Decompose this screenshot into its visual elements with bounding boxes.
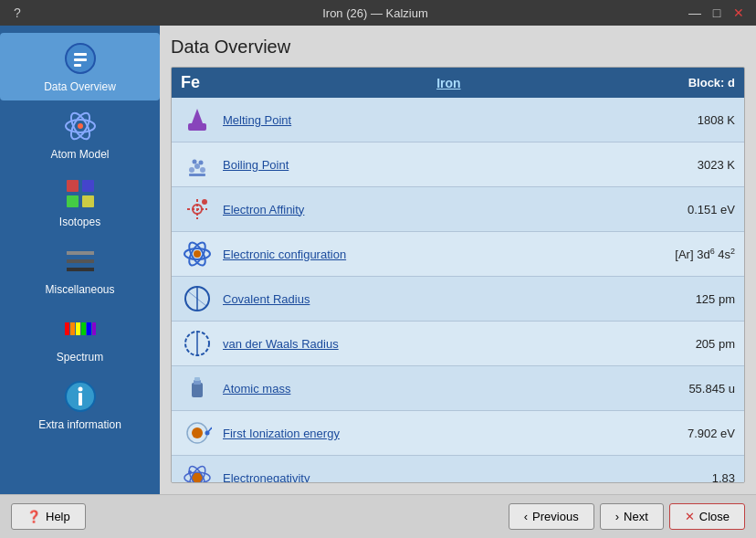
isotopes-icon (62, 175, 99, 212)
minimize-icon[interactable]: — (687, 5, 703, 20)
svg-point-30 (199, 161, 204, 165)
svg-rect-45 (192, 383, 203, 397)
covalent-radius-icon (181, 282, 214, 315)
sidebar-item-data-overview[interactable]: Data Overview (0, 33, 160, 100)
sidebar-item-atom-model[interactable]: Atom Model (0, 100, 160, 168)
data-overview-icon (62, 40, 99, 77)
atomic-mass-value: 55.845 u (625, 382, 735, 396)
content-area: Data Overview Fe Iron Block: d Melting P… (160, 26, 756, 494)
help-button[interactable]: ❓ Help (11, 503, 86, 530)
data-table: Fe Iron Block: d Melting Point 1808 K (171, 67, 745, 483)
electronegativity-label[interactable]: Electronegativity (223, 471, 625, 484)
svg-point-35 (202, 199, 207, 205)
svg-rect-8 (67, 180, 79, 192)
svg-rect-10 (67, 195, 79, 207)
sidebar-label-data-overview: Data Overview (44, 80, 116, 93)
sidebar: Data Overview Atom Model (0, 26, 160, 494)
chevron-right-icon: › (615, 510, 619, 523)
electronegativity-icon (181, 461, 214, 483)
spectrum-icon (62, 311, 99, 347)
window-title: Iron (26) — Kalzium (64, 6, 687, 20)
svg-rect-31 (189, 174, 205, 176)
sidebar-label-spectrum: Spectrum (57, 351, 103, 364)
element-name[interactable]: Iron (209, 76, 688, 90)
main-container: Data Overview Atom Model (0, 26, 756, 494)
svg-point-27 (194, 164, 200, 169)
boiling-point-value: 3023 K (625, 158, 735, 172)
electronic-config-icon (181, 237, 214, 270)
table-row: Atomic mass 55.845 u (172, 366, 744, 411)
table-row: Covalent Radius 125 pm (172, 277, 744, 322)
svg-rect-3 (74, 64, 81, 67)
table-row: Melting Point 1808 K (172, 98, 744, 142)
previous-button[interactable]: ‹ Previous (509, 503, 594, 530)
help-icon: ❓ (26, 510, 41, 523)
svg-rect-47 (194, 377, 200, 381)
covalent-radius-label[interactable]: Covalent Radius (223, 292, 625, 306)
vdw-radius-value: 205 pm (625, 337, 735, 351)
table-row: Electronic configuration [Ar] 3d6 4s2 (172, 232, 744, 277)
sidebar-item-extra-information[interactable]: Extra information (0, 371, 160, 438)
chevron-left-icon: ‹ (524, 510, 528, 523)
svg-rect-12 (67, 251, 94, 255)
electronic-config-label[interactable]: Electronic configuration (223, 248, 625, 261)
svg-rect-13 (67, 259, 94, 263)
electron-affinity-icon (181, 193, 214, 226)
svg-point-7 (78, 123, 83, 129)
vdw-radius-label[interactable]: van der Waals Radius (223, 337, 625, 351)
ionization-energy-label[interactable]: First Ionization energy (223, 427, 625, 440)
bottom-bar: ❓ Help ‹ Previous › Next ✕ Close (0, 494, 756, 538)
svg-rect-19 (87, 322, 91, 335)
table-row: Boiling Point 3023 K (172, 142, 744, 187)
svg-point-48 (192, 427, 203, 438)
sidebar-label-atom-model: Atom Model (50, 148, 109, 161)
close-button[interactable]: ✕ Close (669, 503, 745, 530)
sidebar-item-spectrum[interactable]: Spectrum (0, 303, 160, 371)
melting-point-label[interactable]: Melting Point (223, 113, 625, 127)
svg-rect-18 (81, 322, 86, 335)
electron-affinity-label[interactable]: Electron Affinity (223, 203, 625, 216)
table-row: Electronegativity 1.83 (172, 456, 744, 483)
next-button[interactable]: › Next (600, 503, 664, 530)
miscellaneous-icon (62, 243, 99, 280)
svg-rect-11 (82, 195, 94, 207)
svg-rect-20 (92, 322, 96, 335)
svg-rect-16 (70, 322, 75, 335)
sidebar-label-isotopes: Isotopes (59, 216, 100, 228)
boiling-point-label[interactable]: Boiling Point (223, 158, 625, 172)
sidebar-label-miscellaneous: Miscellaneous (45, 283, 114, 296)
maximize-icon[interactable]: □ (709, 5, 725, 20)
covalent-radius-value: 125 pm (625, 292, 735, 306)
atomic-mass-label[interactable]: Atomic mass (223, 382, 625, 396)
svg-point-36 (194, 250, 201, 258)
close-window-icon[interactable]: ✕ (730, 5, 747, 20)
extra-information-icon (62, 378, 99, 415)
table-row: van der Waals Radius 205 pm (172, 322, 744, 366)
close-icon: ✕ (685, 510, 695, 523)
boiling-point-icon (181, 148, 214, 181)
svg-point-29 (193, 160, 197, 164)
ionization-energy-value: 7.902 eV (625, 427, 735, 440)
table-header: Fe Iron Block: d (172, 68, 744, 98)
svg-point-23 (78, 387, 82, 392)
svg-point-28 (200, 167, 205, 173)
sidebar-item-miscellaneous[interactable]: Miscellaneous (0, 236, 160, 303)
element-block: Block: d (688, 76, 735, 90)
help-icon[interactable]: ? (9, 5, 26, 20)
ionization-energy-icon (181, 417, 214, 449)
page-title: Data Overview (171, 37, 745, 58)
electronegativity-value: 1.83 (625, 471, 735, 484)
svg-marker-25 (192, 109, 203, 123)
sidebar-item-isotopes[interactable]: Isotopes (0, 168, 160, 236)
element-symbol: Fe (181, 73, 200, 92)
svg-rect-1 (74, 53, 87, 56)
svg-point-56 (188, 470, 192, 474)
svg-rect-22 (79, 393, 82, 406)
table-row: Electron Affinity 0.151 eV (172, 187, 744, 232)
titlebar: ? Iron (26) — Kalzium — □ ✕ (0, 0, 756, 26)
svg-rect-9 (82, 180, 94, 192)
svg-rect-17 (76, 322, 80, 335)
table-row: First Ionization energy 7.902 eV (172, 411, 744, 456)
electron-affinity-value: 0.151 eV (625, 203, 735, 216)
svg-point-26 (189, 167, 194, 173)
